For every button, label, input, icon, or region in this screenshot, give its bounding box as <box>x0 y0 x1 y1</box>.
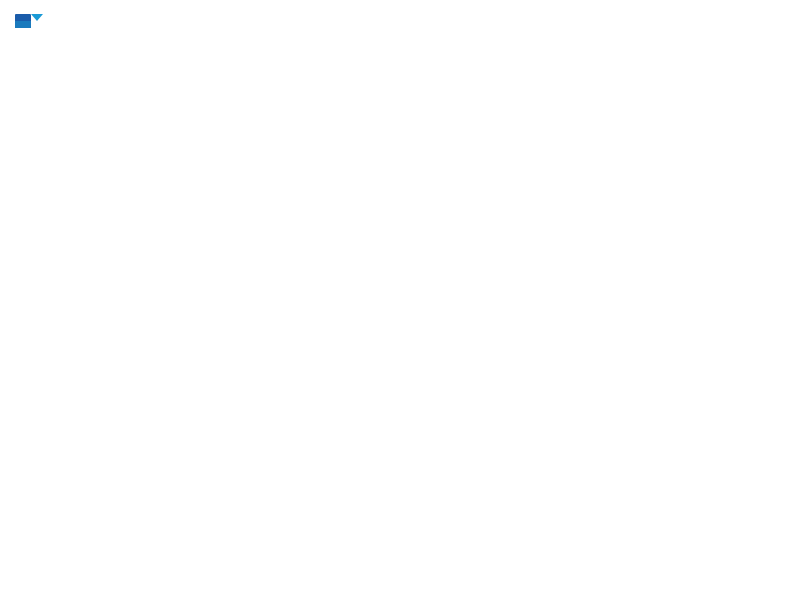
logo <box>15 10 47 32</box>
svg-marker-1 <box>31 14 43 21</box>
logo-icon <box>15 10 45 32</box>
page-header <box>15 10 777 32</box>
svg-rect-2 <box>15 21 31 28</box>
